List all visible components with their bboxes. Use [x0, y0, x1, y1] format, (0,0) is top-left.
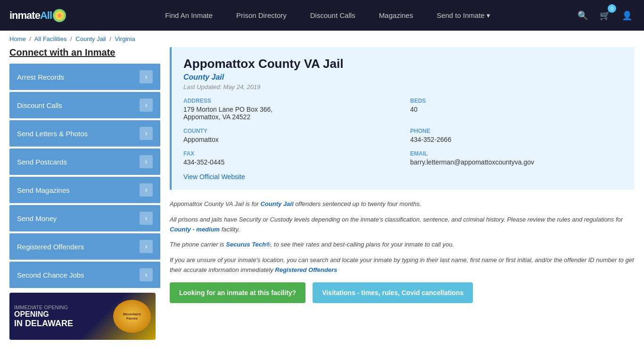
nav-discount-calls[interactable]: Discount Calls	[298, 0, 367, 31]
address-value: 179 Morton Lane PO Box 366,Appomattox, V…	[183, 106, 396, 121]
arrow-icon: ›	[140, 155, 153, 168]
phone-block: PHONE 434-352-2666	[410, 128, 623, 143]
navbar: inmateAll Find An Inmate Prison Director…	[0, 0, 644, 31]
cart-wrapper[interactable]: 🛒 0	[597, 8, 612, 23]
looking-for-inmate-button[interactable]: Looking for an inmate at this facility?	[170, 282, 305, 303]
county-block: COUNTY Appomattox	[183, 128, 396, 143]
nav-find-inmate[interactable]: Find An Inmate	[153, 0, 224, 31]
sidebar-advertisement[interactable]: IMMEDIATE OPENING OPENING IN DELAWARE Mo…	[9, 293, 156, 340]
ad-logo: MountaireFarms	[113, 300, 151, 333]
sidebar-item-send-letters[interactable]: Send Letters & Photos ›	[9, 120, 160, 147]
sidebar-item-second-chance-jobs[interactable]: Second Chance Jobs ›	[9, 262, 160, 288]
info-grid: ADDRESS 179 Morton Lane PO Box 366,Appom…	[183, 98, 623, 166]
arrow-icon: ›	[140, 70, 153, 83]
desc-para2: All prisons and jails have Security or C…	[170, 215, 635, 235]
breadcrumb-all-facilities[interactable]: All Facilities	[34, 35, 67, 42]
fax-block: FAX 434-352-0445	[183, 150, 396, 166]
logo-text: inmateAll	[9, 9, 52, 22]
visitations-button[interactable]: Visitations - times, rules, Covid cancel…	[313, 282, 473, 303]
arrow-icon: ›	[140, 99, 153, 112]
nav-prison-directory[interactable]: Prison Directory	[224, 0, 298, 31]
county-value: Appomattox	[183, 136, 396, 143]
search-button[interactable]: 🔍	[575, 8, 590, 23]
logo-icon	[53, 9, 66, 22]
email-block: EMAIL barry.letterman@appomattoxcountyva…	[410, 150, 623, 166]
desc-para4: If you are unsure of your inmate's locat…	[170, 255, 635, 275]
sidebar-item-arrest-records[interactable]: Arrest Records ›	[9, 64, 160, 90]
facility-type: County Jail	[183, 73, 623, 82]
arrow-icon: ›	[140, 127, 153, 140]
arrow-icon: ›	[140, 183, 153, 197]
sidebar: Connect with an Inmate Arrest Records › …	[9, 47, 160, 340]
breadcrumb-virginia[interactable]: Virginia	[115, 35, 135, 42]
facility-description: Appomattox County VA Jail is for County …	[170, 199, 635, 275]
arrow-icon: ›	[140, 212, 153, 225]
sidebar-item-send-postcards[interactable]: Send Postcards ›	[9, 148, 160, 175]
arrow-icon: ›	[140, 268, 153, 281]
county-jail-link[interactable]: County Jail	[260, 200, 293, 207]
sidebar-item-send-magazines[interactable]: Send Magazines ›	[9, 177, 160, 203]
desc-para3: The phone carrier is Securus Tech®, to s…	[170, 240, 635, 250]
cart-badge-count: 0	[608, 4, 616, 13]
phone-value: 434-352-2666	[410, 136, 623, 143]
sidebar-item-send-money[interactable]: Send Money ›	[9, 205, 160, 231]
brand-logo[interactable]: inmateAll	[9, 9, 66, 22]
main-content: Appomattox County VA Jail County Jail La…	[170, 47, 635, 340]
address-block: ADDRESS 179 Morton Lane PO Box 366,Appom…	[183, 98, 396, 121]
user-button[interactable]: 👤	[619, 8, 635, 23]
official-website-link[interactable]: View Official Website	[183, 173, 245, 181]
ad-text: IMMEDIATE OPENING OPENING IN DELAWARE	[14, 304, 113, 329]
fax-value: 434-352-0445	[183, 158, 396, 166]
facility-updated: Last Updated: May 24, 2019	[183, 83, 623, 90]
beds-value: 40	[410, 106, 623, 113]
sidebar-item-discount-calls[interactable]: Discount Calls ›	[9, 92, 160, 118]
nav-icons: 🔍 🛒 0 👤	[575, 8, 635, 23]
cta-buttons: Looking for an inmate at this facility? …	[170, 282, 635, 303]
dropdown-arrow-icon: ▾	[487, 11, 490, 20]
beds-block: BEDS 40	[410, 98, 623, 121]
sidebar-title: Connect with an Inmate	[9, 47, 160, 58]
breadcrumb-county-jail[interactable]: County Jail	[75, 35, 106, 42]
securus-link[interactable]: Securus Tech®	[226, 241, 270, 248]
main-layout: Connect with an Inmate Arrest Records › …	[0, 47, 644, 349]
arrow-icon: ›	[140, 240, 153, 253]
sidebar-item-registered-offenders[interactable]: Registered Offenders ›	[9, 233, 160, 260]
nav-magazines[interactable]: Magazines	[367, 0, 425, 31]
facility-card: Appomattox County VA Jail County Jail La…	[170, 47, 635, 190]
nav-links: Find An Inmate Prison Directory Discount…	[80, 0, 575, 31]
breadcrumb-home[interactable]: Home	[9, 35, 26, 42]
desc-para1: Appomattox County VA Jail is for County …	[170, 199, 635, 209]
breadcrumb: Home / All Facilities / County Jail / Vi…	[0, 31, 644, 47]
nav-send-to-inmate[interactable]: Send to Inmate ▾	[425, 0, 502, 31]
county-medium-link[interactable]: County - medium	[170, 226, 220, 233]
registered-offenders-link[interactable]: Registered Offenders	[275, 266, 337, 273]
facility-name: Appomattox County VA Jail	[183, 57, 623, 71]
email-value: barry.letterman@appomattoxcountyva.gov	[410, 158, 623, 166]
